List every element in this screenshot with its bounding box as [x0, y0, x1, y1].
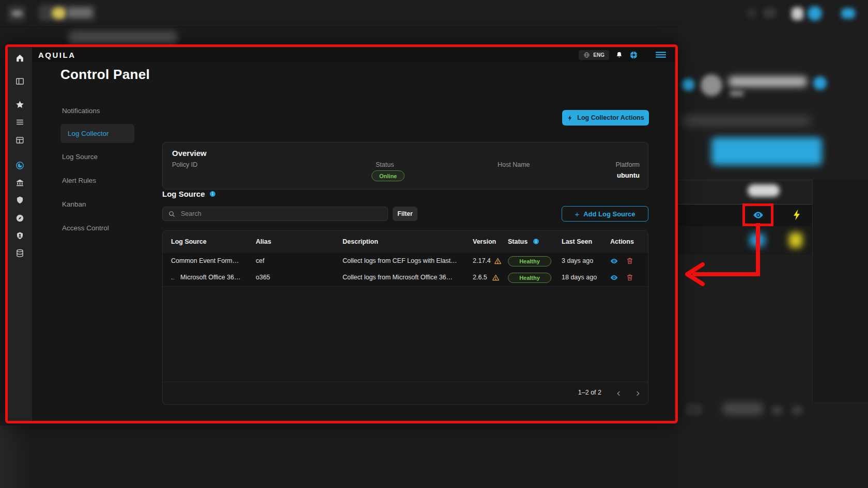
col-version: Version — [473, 238, 496, 245]
brand-logo[interactable]: AQUILA — [38, 51, 76, 59]
background-table-header — [678, 180, 812, 204]
status-label: Status — [376, 161, 394, 168]
background-page-title-blur — [69, 32, 177, 44]
brand-logo-text-blur — [67, 8, 92, 17]
trash-icon[interactable] — [626, 273, 634, 281]
eye-icon[interactable] — [610, 273, 618, 282]
nav-item-log-source[interactable]: Log Source — [62, 153, 98, 161]
trash-icon[interactable] — [626, 257, 634, 265]
shield-icon[interactable] — [15, 195, 25, 205]
row-alias: cef — [256, 257, 265, 264]
home-icon[interactable] — [15, 53, 25, 63]
warning-icon — [494, 257, 502, 265]
eye-icon[interactable] — [610, 257, 618, 265]
status-online-badge: Online — [371, 170, 405, 181]
col-last-seen: Last Seen — [562, 238, 592, 245]
menu-list-icon[interactable] — [15, 117, 25, 127]
overlay-header: AQUILA ENG — [32, 47, 675, 63]
col-status: Status — [508, 238, 528, 245]
info-icon[interactable] — [533, 238, 539, 245]
edit-icon-blur — [813, 76, 827, 90]
avatar — [701, 74, 722, 96]
add-log-source-button[interactable]: + Add Log Source — [562, 206, 648, 222]
user-shield-icon[interactable] — [15, 231, 25, 241]
next-page-blur — [792, 405, 803, 415]
row-description: Collect logs from CEF Logs with Elast… — [343, 257, 457, 264]
platform-label: Platform — [615, 161, 640, 168]
language-label: ENG — [593, 52, 605, 58]
row-version: 2.6.5 — [473, 274, 487, 281]
brand-text: AQUILA — [38, 51, 76, 59]
filter-button[interactable]: Filter — [393, 207, 417, 221]
nav-item-access-control[interactable]: Access Control — [62, 224, 109, 232]
back-icon-blur — [682, 78, 694, 91]
table-row[interactable]: ← Microsoft Office 36… o365 Collect logs… — [163, 270, 648, 287]
platform-value: ubuntu — [617, 171, 640, 179]
overview-card: Overview Policy ID Status Host Name Plat… — [162, 142, 648, 190]
lifebuoy-icon — [808, 6, 822, 21]
table-pagination: 1–2 of 2 — [163, 382, 648, 404]
lightning-bolt-icon[interactable] — [791, 209, 803, 221]
bell-icon[interactable] — [615, 51, 623, 59]
row-version: 2.17.4 — [473, 257, 491, 264]
row-last-seen: 18 days ago — [562, 274, 597, 281]
prev-page-blur — [771, 405, 783, 415]
control-panel-content: Control Panel Notifications Log Collecto… — [32, 62, 675, 421]
col-actions: Actions — [610, 238, 634, 245]
info-icon[interactable] — [209, 191, 216, 197]
table-header-row: Log Source Alias Description Version Sta… — [163, 231, 648, 254]
info-line-blur — [681, 117, 811, 125]
lightning-bolt-icon — [567, 115, 574, 121]
control-panel-overlay annotation-overlay-border: AQUILA ENG Control Panel Notifications L… — [5, 44, 678, 423]
background-actions-row-blur — [678, 226, 812, 255]
child-row-arrow-icon: ← — [170, 275, 176, 281]
plus-icon: + — [575, 210, 579, 218]
host-name-label: Host Name — [498, 161, 530, 168]
bell-icon — [792, 7, 803, 20]
compass-icon[interactable] — [15, 213, 25, 223]
hamburger-menu-icon — [841, 8, 855, 19]
lightning-bolt-icon — [789, 232, 802, 248]
panel-layout-icon[interactable] — [15, 76, 25, 86]
table-grid-icon[interactable] — [15, 135, 25, 145]
page-size-blur — [685, 403, 703, 416]
institution-icon[interactable] — [15, 178, 25, 187]
search-icon — [168, 210, 176, 218]
nav-item-notifications[interactable]: Notifications — [62, 107, 100, 115]
table-row[interactable]: Common Event Form… cef Collect logs from… — [163, 253, 648, 270]
brand-logo-dot-blur — [52, 7, 66, 19]
log-source-section-title: Log Source — [162, 190, 216, 198]
language-selector[interactable]: ENG — [579, 50, 609, 60]
row-name: Common Event Form… — [171, 257, 239, 264]
background-rail-strip — [0, 426, 30, 488]
policy-id-label: Policy ID — [172, 161, 197, 168]
page-title: Control Panel — [60, 67, 150, 83]
database-icon[interactable] — [15, 248, 25, 258]
icon-rail — [8, 47, 33, 421]
nav-item-kanban[interactable]: Kanban — [62, 200, 86, 208]
lifebuoy-icon[interactable] — [629, 51, 638, 59]
status-badge: Healthy — [508, 256, 551, 266]
row-alias: o365 — [256, 274, 270, 281]
pagination-range: 1–2 of 2 — [578, 389, 601, 396]
hamburger-menu-icon[interactable] — [656, 51, 666, 58]
gauge-target-icon[interactable] — [15, 161, 25, 170]
log-source-table: Log Source Alias Description Version Sta… — [162, 230, 648, 405]
language-label-blur — [763, 8, 777, 18]
header-pill-blur — [748, 184, 780, 197]
row-description: Collect logs from Microsoft Office 36… — [343, 274, 453, 281]
log-collector-actions-button[interactable]: Log Collector Actions — [562, 110, 649, 125]
col-alias: Alias — [256, 238, 271, 245]
search-input[interactable] — [180, 210, 382, 218]
row-name: Microsoft Office 36… — [180, 274, 240, 281]
chevron-right-icon[interactable] — [632, 388, 643, 399]
eye-icon — [750, 233, 765, 247]
hamburger-bars-blur — [11, 10, 23, 17]
chevron-left-icon[interactable] — [614, 388, 624, 399]
collector-name-blur — [729, 76, 807, 87]
nav-item-alert-rules[interactable]: Alert Rules — [62, 177, 96, 184]
row-last-seen: 3 days ago — [562, 257, 593, 264]
star-icon[interactable] — [15, 100, 25, 109]
search-box — [162, 207, 388, 221]
nav-item-log-collector[interactable]: Log Collector — [60, 124, 134, 143]
